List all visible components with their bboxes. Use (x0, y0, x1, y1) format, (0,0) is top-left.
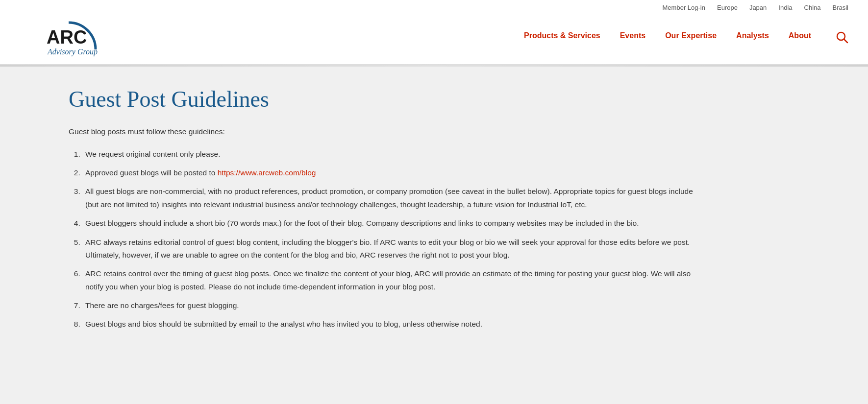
top-bar: Member Log-in Europe Japan India China B… (20, 0, 848, 13)
search-icon (836, 31, 848, 44)
nav-about[interactable]: About (789, 31, 811, 43)
guideline-4-text: Guest bloggers should include a short bi… (85, 219, 639, 227)
svg-text:ARC: ARC (47, 27, 87, 48)
list-item: All guest blogs are non-commercial, with… (82, 185, 696, 211)
svg-line-3 (844, 40, 848, 43)
europe-link[interactable]: Europe (717, 4, 738, 11)
page-title: Guest Post Guidelines (69, 86, 696, 112)
member-login-link[interactable]: Member Log-in (663, 4, 705, 11)
logo[interactable]: ARC Advisory Group (20, 15, 118, 59)
list-item: We request original content only please. (82, 148, 696, 161)
svg-point-2 (837, 32, 845, 40)
site-header: Member Log-in Europe Japan India China B… (0, 0, 868, 65)
list-item: There are no charges/fees for guest blog… (82, 299, 696, 312)
nav-our-expertise[interactable]: Our Expertise (665, 31, 717, 43)
nav-products-services[interactable]: Products & Services (524, 31, 600, 43)
header-separator (0, 65, 868, 67)
guideline-2-text-before: Approved guest blogs will be posted to (85, 168, 218, 177)
list-item: Guest bloggers should include a short bi… (82, 217, 696, 230)
list-item: ARC retains control over the timing of g… (82, 267, 696, 293)
logo-svg: ARC Advisory Group (20, 15, 118, 59)
brasil-link[interactable]: Brasil (832, 4, 848, 11)
japan-link[interactable]: Japan (749, 4, 767, 11)
list-item: Guest blogs and bios should be submitted… (82, 318, 696, 331)
list-item: Approved guest blogs will be posted to h… (82, 166, 696, 179)
intro-text: Guest blog posts must follow these guide… (69, 126, 696, 138)
svg-text:Advisory Group: Advisory Group (47, 48, 98, 56)
guideline-8-text: Guest blogs and bios should be submitted… (85, 320, 482, 328)
arcweb-blog-link[interactable]: https://www.arcweb.com/blog (218, 168, 316, 177)
main-nav: Products & Services Events Our Expertise… (524, 31, 848, 44)
guideline-7-text: There are no charges/fees for guest blog… (85, 301, 239, 309)
guideline-3-text: All guest blogs are non-commercial, with… (85, 187, 693, 208)
nav-row: ARC Advisory Group Products & Services E… (20, 13, 848, 64)
guideline-5-text: ARC always retains editorial control of … (85, 238, 690, 259)
india-link[interactable]: India (778, 4, 792, 11)
search-button[interactable] (836, 31, 848, 44)
main-content: Guest Post Guidelines Guest blog posts m… (0, 67, 735, 366)
guidelines-list: We request original content only please.… (69, 148, 696, 331)
nav-events[interactable]: Events (620, 31, 645, 43)
china-link[interactable]: China (804, 4, 821, 11)
nav-analysts[interactable]: Analysts (736, 31, 769, 43)
guideline-6-text: ARC retains control over the timing of g… (85, 269, 691, 290)
list-item: ARC always retains editorial control of … (82, 236, 696, 262)
guideline-1-text: We request original content only please. (85, 150, 220, 158)
